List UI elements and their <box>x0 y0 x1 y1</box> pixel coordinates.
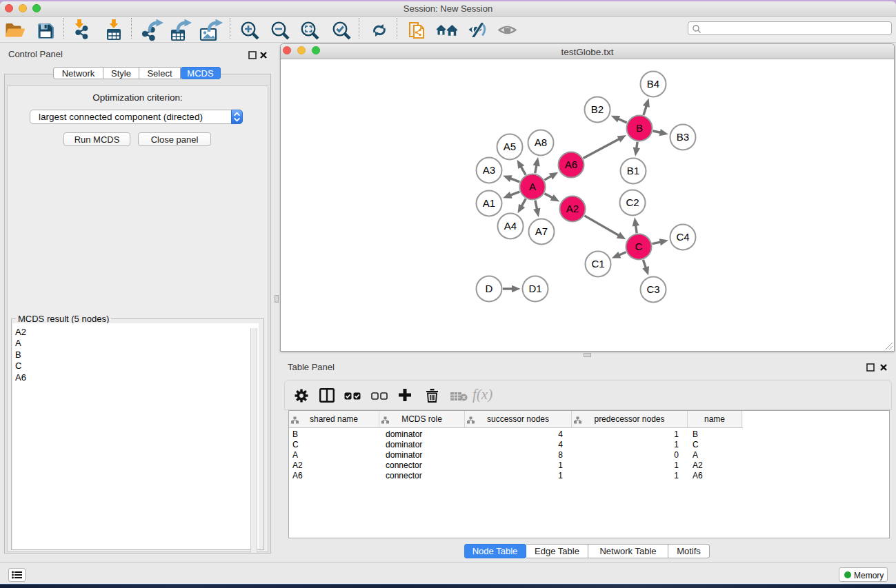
svg-text:A7: A7 <box>535 225 548 237</box>
svg-text:B1: B1 <box>627 165 639 176</box>
svg-text:C1: C1 <box>591 258 604 270</box>
svg-text:A: A <box>529 181 536 192</box>
svg-text:B: B <box>636 122 643 134</box>
svg-text:A4: A4 <box>504 220 517 232</box>
svg-text:C3: C3 <box>646 283 659 295</box>
svg-text:D1: D1 <box>528 283 541 294</box>
svg-text:A2: A2 <box>566 203 579 214</box>
svg-text:A6: A6 <box>565 159 577 170</box>
svg-text:A3: A3 <box>483 164 495 176</box>
svg-text:C2: C2 <box>626 196 639 208</box>
svg-text:C4: C4 <box>676 231 689 243</box>
svg-text:B4: B4 <box>647 78 659 90</box>
svg-text:B3: B3 <box>677 131 689 143</box>
svg-text:C: C <box>635 241 643 252</box>
svg-text:A8: A8 <box>535 136 547 148</box>
svg-text:A1: A1 <box>483 197 495 209</box>
svg-text:B2: B2 <box>591 103 604 115</box>
svg-text:D: D <box>486 283 493 294</box>
svg-text:A5: A5 <box>504 141 516 152</box>
